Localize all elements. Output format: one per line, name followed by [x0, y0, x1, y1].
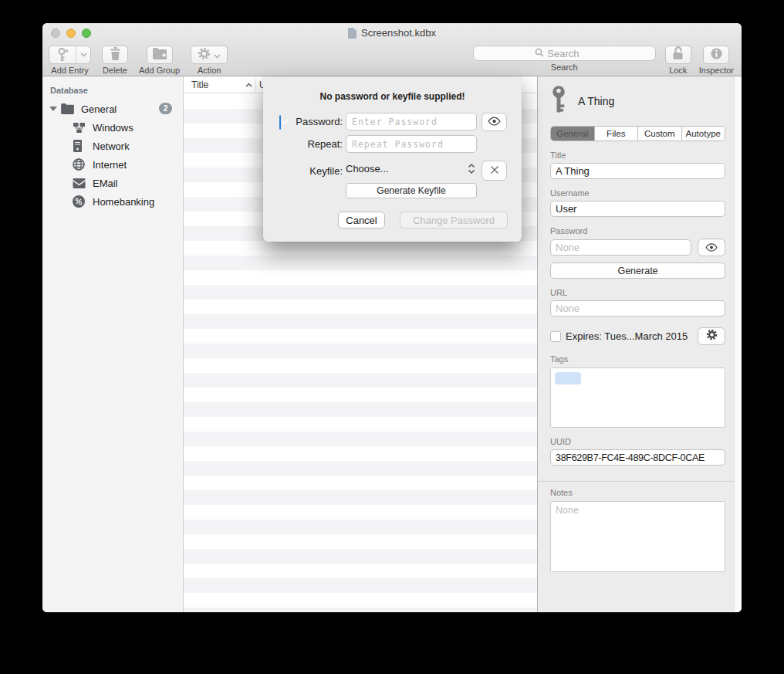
window-header: Screenshot.kdbx Add Entry [42, 23, 742, 76]
inspector-tabs: General Files Custom Autotype [550, 126, 725, 141]
delete-label: Delete [103, 66, 127, 75]
sidebar-item-label: Network [93, 141, 130, 152]
gear-icon [706, 329, 718, 344]
lock-group: Lock [665, 46, 691, 75]
keyfile-popup-value: Choose... [346, 163, 389, 174]
password-field[interactable] [550, 239, 691, 256]
inspector-button[interactable] [703, 46, 729, 64]
search-label: Search [551, 63, 578, 72]
tab-autotype[interactable]: Autotype [682, 127, 725, 141]
document-icon [348, 28, 357, 39]
eye-icon [705, 241, 718, 255]
dialog-keyfile-label: Keyfile: [263, 165, 343, 177]
entry-title: A Thing [578, 95, 614, 107]
sidebar-section-header: Database [42, 76, 183, 100]
cancel-button[interactable]: Cancel [338, 212, 385, 229]
expires-checkbox[interactable] [550, 331, 561, 342]
toolbar: Add Entry Delete Add Group [42, 43, 742, 76]
dialog-repeat-label: Repeat: [263, 138, 343, 150]
keyfile-row: Keyfile: Choose... [263, 162, 522, 179]
app-window: Screenshot.kdbx Add Entry [42, 23, 742, 612]
column-header-title[interactable]: Title [184, 80, 255, 90]
entry-header: A Thing [550, 86, 725, 117]
tab-files[interactable]: Files [595, 127, 639, 141]
folder-plus-icon [153, 48, 167, 63]
sidebar-item-label: General [81, 103, 117, 115]
username-label: Username [550, 188, 725, 198]
column-title-label: Title [191, 80, 208, 90]
action-label: Action [198, 66, 221, 75]
search-icon [535, 46, 544, 60]
chevron-down-icon [214, 48, 221, 62]
sidebar-item-label: Homebanking [93, 196, 154, 208]
expires-row: Expires: Tues...March 2015 [550, 327, 725, 345]
title-field[interactable] [550, 163, 725, 179]
lock-button[interactable] [665, 46, 691, 64]
change-password-dialog: No password or keyfile supplied! Passwor… [263, 77, 522, 242]
keyfile-popup[interactable]: Choose... [346, 163, 475, 174]
stepper-icon [468, 163, 475, 174]
add-group-label: Add Group [139, 66, 180, 75]
reveal-password-button[interactable] [698, 239, 725, 256]
repeat-row: Repeat: [263, 135, 522, 154]
generate-keyfile-row: Generate Keyfile [263, 183, 522, 198]
tags-label: Tags [550, 354, 725, 364]
dialog-repeat-input[interactable] [346, 135, 477, 153]
action-button[interactable] [191, 46, 228, 64]
sidebar-item-label: Windows [93, 122, 133, 134]
server-icon [73, 140, 83, 152]
sidebar-item-label: EMail [93, 178, 118, 189]
gear-icon [198, 47, 211, 63]
tag-token[interactable] [555, 372, 581, 384]
dialog-message: No password or keyfile supplied! [263, 91, 522, 102]
uuid-field[interactable] [550, 449, 725, 466]
uuid-label: UUID [550, 437, 725, 446]
window-title-text: Screenshot.kdbx [361, 27, 436, 39]
password-row: Password: [263, 113, 522, 131]
disclosure-triangle-icon[interactable] [49, 107, 57, 111]
change-password-button[interactable]: Change Password [400, 212, 508, 229]
delete-button[interactable] [102, 46, 128, 64]
inspector-scrollbar[interactable] [734, 76, 742, 612]
sidebar-item-windows[interactable]: Windows [42, 118, 183, 137]
key-plus-icon[interactable] [49, 46, 76, 63]
tab-custom[interactable]: Custom [638, 127, 682, 141]
close-x-icon [490, 164, 499, 178]
tab-general[interactable]: General [551, 127, 595, 141]
notes-label: Notes [550, 488, 725, 497]
dialog-password-input[interactable] [346, 113, 477, 130]
delete-group: Delete [102, 46, 128, 75]
chevron-down-icon[interactable] [76, 46, 90, 63]
sidebar-item-internet[interactable]: Internet [42, 155, 183, 174]
notes-field[interactable] [550, 501, 725, 572]
search-field[interactable] [473, 46, 656, 61]
username-field[interactable] [550, 201, 725, 217]
envelope-icon [73, 178, 86, 188]
generate-password-button[interactable]: Generate [550, 262, 725, 279]
titlebar[interactable]: Screenshot.kdbx [42, 23, 742, 43]
sidebar-item-network[interactable]: Network [42, 137, 183, 155]
search-input[interactable] [547, 48, 593, 59]
tags-field[interactable] [550, 367, 725, 428]
sidebar-item-homebanking[interactable]: Homebanking [42, 192, 183, 211]
url-field[interactable] [550, 300, 725, 317]
trash-icon [110, 47, 121, 63]
inspector-label: Inspector [699, 66, 734, 75]
folder-icon [61, 103, 74, 114]
expires-options-button[interactable] [698, 327, 725, 345]
dialog-reveal-button[interactable] [482, 113, 507, 131]
dialog-buttons: Cancel Change Password [263, 212, 522, 229]
toolbar-right: Search Lock Insp [473, 46, 734, 75]
clear-keyfile-button[interactable] [482, 161, 507, 181]
entry-count-badge: 2 [159, 103, 172, 114]
generate-keyfile-button[interactable]: Generate Keyfile [346, 183, 477, 198]
add-group-button[interactable] [147, 46, 173, 64]
sidebar-item-general[interactable]: General 2 [42, 100, 183, 118]
inspector-panel: A Thing General Files Custom Autotype Ti… [537, 76, 742, 612]
sort-ascending-icon [245, 83, 252, 87]
dialog-password-label: Password: [263, 116, 343, 127]
url-label: URL [550, 288, 725, 297]
lock-label: Lock [669, 66, 687, 75]
sidebar-item-email[interactable]: EMail [42, 174, 183, 192]
add-entry-button[interactable] [49, 46, 91, 64]
